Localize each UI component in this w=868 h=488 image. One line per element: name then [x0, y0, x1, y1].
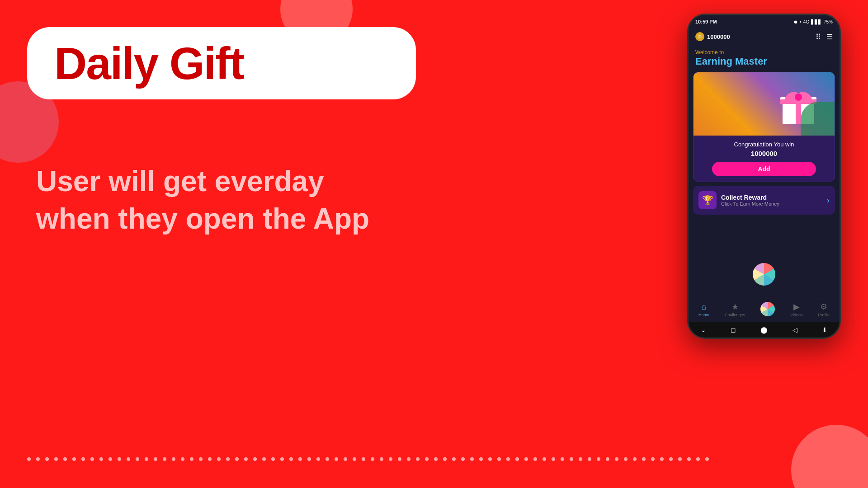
dot — [461, 457, 465, 461]
dot — [81, 457, 85, 461]
dot — [280, 457, 284, 461]
record-icon: ⏺ — [793, 19, 798, 24]
android-square-icon[interactable]: ◻ — [731, 326, 736, 333]
dot — [289, 457, 293, 461]
android-down-icon[interactable]: ⌄ — [701, 326, 706, 333]
settings-icon: ⚙ — [820, 302, 827, 312]
reward-title: Collect Reward — [721, 194, 822, 201]
nav-item-videos[interactable]: ▶ Videos — [790, 302, 802, 317]
nav-label-profile: Profile — [818, 313, 830, 317]
dot — [678, 457, 682, 461]
dot — [63, 457, 67, 461]
phone-body: 10:59 PM ⏺ • 4G ▋▋▋ 75% © 1000000 ⠿ ☰ We… — [687, 14, 841, 339]
dot — [235, 457, 239, 461]
dot — [579, 457, 582, 461]
android-back-icon[interactable]: ◁ — [793, 326, 797, 333]
dot — [362, 457, 365, 461]
spinner-circle — [753, 263, 775, 286]
daily-spinner-preview — [753, 263, 775, 286]
coin-amount: 1000000 — [707, 33, 730, 40]
dot — [588, 457, 591, 461]
dot — [624, 457, 627, 461]
status-time: 10:59 PM — [695, 19, 717, 24]
dot — [199, 457, 203, 461]
gift-image-inner — [693, 72, 835, 136]
dot-icon: • — [800, 19, 802, 24]
subtitle-line2: when they open the App — [36, 202, 369, 235]
dot — [497, 457, 501, 461]
dot — [398, 457, 401, 461]
video-icon: ▶ — [793, 302, 800, 312]
dot — [253, 457, 257, 461]
nav-item-challenges[interactable]: ★ Challenges — [725, 302, 745, 317]
subtitle-line1: User will get everday — [36, 165, 324, 197]
signal-bars-icon: ▋▋▋ — [811, 19, 822, 24]
android-menu-icon[interactable]: ⬇ — [822, 326, 827, 333]
android-home-icon[interactable]: ⬤ — [760, 326, 768, 333]
dot — [27, 457, 31, 461]
dot — [145, 457, 148, 461]
dot — [660, 457, 664, 461]
dot — [181, 457, 184, 461]
dot — [172, 457, 175, 461]
nav-item-spinner[interactable] — [760, 302, 775, 317]
reward-subtitle: Click To Earn More Money — [721, 201, 822, 206]
dot — [633, 457, 637, 461]
dot — [606, 457, 609, 461]
status-icons: ⏺ • 4G ▋▋▋ 75% — [793, 19, 833, 24]
title-card: Daily Gift — [27, 27, 416, 99]
header-icons: ⠿ ☰ — [816, 33, 833, 41]
dot — [36, 457, 40, 461]
dot — [524, 457, 528, 461]
status-bar: 10:59 PM ⏺ • 4G ▋▋▋ 75% — [689, 15, 840, 28]
dot — [118, 457, 121, 461]
dot — [651, 457, 655, 461]
dot — [208, 457, 212, 461]
svg-point-6 — [795, 94, 802, 101]
gift-popup-body: Congratulation You win 1000000 Add — [693, 136, 835, 182]
menu-icon[interactable]: ☰ — [826, 33, 833, 41]
dot — [99, 457, 103, 461]
dot — [452, 457, 456, 461]
dot — [271, 457, 275, 461]
app-name: Earning Master — [695, 56, 833, 67]
collect-reward-section[interactable]: 🏆 Collect Reward Click To Earn More Mone… — [693, 186, 835, 215]
dot — [479, 457, 483, 461]
dot — [470, 457, 474, 461]
dot — [597, 457, 600, 461]
dot — [542, 457, 546, 461]
dot — [154, 457, 157, 461]
dot — [326, 457, 329, 461]
leaderboard-icon[interactable]: ⠿ — [816, 33, 821, 41]
dot — [45, 457, 49, 461]
dot — [335, 457, 338, 461]
dot — [705, 457, 709, 461]
phone-mockup: 10:59 PM ⏺ • 4G ▋▋▋ 75% © 1000000 ⠿ ☰ We… — [687, 14, 841, 339]
add-button[interactable]: Add — [712, 162, 816, 176]
dot — [244, 457, 248, 461]
reward-text: Collect Reward Click To Earn More Money — [721, 194, 822, 206]
dot — [506, 457, 510, 461]
dot — [687, 457, 691, 461]
dot — [696, 457, 700, 461]
nav-item-home[interactable]: ⌂ Home — [698, 302, 709, 317]
dot — [552, 457, 555, 461]
trophy-icon: 🏆 — [698, 191, 717, 209]
leaf-decoration — [801, 102, 835, 136]
dot — [380, 457, 383, 461]
dot — [389, 457, 392, 461]
dot — [262, 457, 266, 461]
dot — [434, 457, 438, 461]
dot — [353, 457, 356, 461]
nav-item-profile[interactable]: ⚙ Profile — [818, 302, 830, 317]
bottom-navigation: ⌂ Home ★ Challenges ▶ Videos ⚙ Profile — [689, 297, 840, 322]
android-nav-bar: ⌄ ◻ ⬤ ◁ ⬇ — [689, 322, 840, 338]
dot — [533, 457, 537, 461]
dot — [488, 457, 492, 461]
home-icon: ⌂ — [702, 302, 707, 312]
chevron-right-icon: › — [827, 196, 830, 205]
dot — [443, 457, 447, 461]
welcome-section: Welcome to Earning Master — [689, 45, 840, 70]
battery-icon: 75% — [824, 19, 833, 24]
dot — [425, 457, 429, 461]
